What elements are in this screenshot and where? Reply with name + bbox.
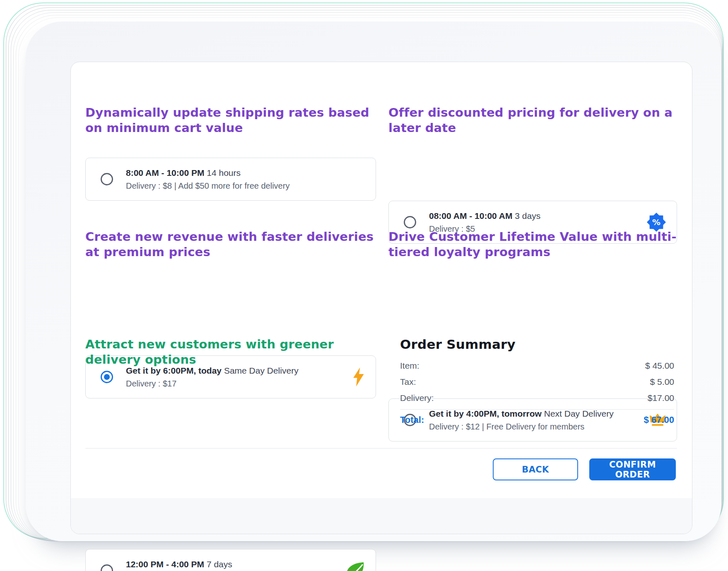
leaf-icon <box>345 561 365 571</box>
option-duration: 14 hours <box>207 168 241 178</box>
section-heading-premium-prices: Create new revenue with faster deliverie… <box>85 229 376 260</box>
shipping-option-green[interactable]: 12:00 PM - 4:00 PM 7 days FREE | Earn 10… <box>85 549 376 571</box>
option-duration: 7 days <box>207 559 232 569</box>
confirm-order-button[interactable]: CONFIRM ORDER <box>589 458 676 480</box>
summary-value: $ 5.00 <box>650 377 674 387</box>
device-frame: Dynamically update shipping rates based … <box>26 22 721 541</box>
summary-label: Item: <box>400 361 419 371</box>
lightning-icon <box>353 367 365 386</box>
option-text: 12:00 PM - 4:00 PM 7 days FREE | Earn 10… <box>126 559 236 571</box>
percent-glyph: % <box>652 218 661 227</box>
section-heading-greener-delivery: Attract new customers with greener deliv… <box>85 337 376 367</box>
option-time: 8:00 AM - 10:00 PM <box>126 168 204 178</box>
footer-divider <box>85 448 677 449</box>
option-title: 8:00 AM - 10:00 PM 14 hours <box>126 168 289 178</box>
section-heading-loyalty-programs: Drive Customer Lifetime Value with multi… <box>388 229 677 260</box>
option-time: 12:00 PM - 4:00 PM <box>126 559 204 569</box>
section-heading-discounted-later-date: Offer discounted pricing for delivery on… <box>388 105 677 136</box>
option-detail: Delivery : $8 | Add $50 more for free de… <box>126 181 289 191</box>
order-summary: Order Summary Item: $ 45.00 Tax: $ 5.00 … <box>400 337 674 425</box>
option-text: 8:00 AM - 10:00 PM 14 hours Delivery : $… <box>126 168 289 191</box>
option-title: 08:00 AM - 10:00 AM 3 days <box>429 211 540 221</box>
summary-divider <box>400 409 674 410</box>
order-summary-title: Order Summary <box>400 337 674 352</box>
option-text: Get it by 6:00PM, today Same Day Deliver… <box>126 366 299 389</box>
summary-label: Delivery: <box>400 393 434 403</box>
summary-row-delivery: Delivery: $17.00 <box>400 393 674 403</box>
radio-same-day-option[interactable] <box>101 371 113 383</box>
back-button[interactable]: BACK <box>493 458 578 480</box>
section-heading-dynamic-rates: Dynamically update shipping rates based … <box>85 105 376 136</box>
total-label: Total: <box>400 415 424 425</box>
summary-value: $17.00 <box>648 393 674 403</box>
panel-footer-strip <box>71 498 692 534</box>
shipping-option-standard[interactable]: 8:00 AM - 10:00 PM 14 hours Delivery : $… <box>85 158 376 201</box>
checkout-panel: Dynamically update shipping rates based … <box>70 62 692 534</box>
total-value: $ 67.00 <box>644 415 674 425</box>
summary-value: $ 45.00 <box>645 361 674 371</box>
summary-row-total: Total: $ 67.00 <box>400 415 674 425</box>
option-title: 12:00 PM - 4:00 PM 7 days <box>126 559 236 569</box>
option-time: 08:00 AM - 10:00 AM <box>429 211 513 221</box>
summary-row-item: Item: $ 45.00 <box>400 361 674 371</box>
option-detail: Delivery : $17 <box>126 379 299 389</box>
radio-standard-option[interactable] <box>101 173 113 185</box>
summary-row-tax: Tax: $ 5.00 <box>400 377 674 387</box>
radio-green-option[interactable] <box>101 564 113 571</box>
summary-label: Tax: <box>400 377 416 387</box>
option-duration: 3 days <box>515 211 540 221</box>
radio-later-date-option[interactable] <box>404 216 416 228</box>
